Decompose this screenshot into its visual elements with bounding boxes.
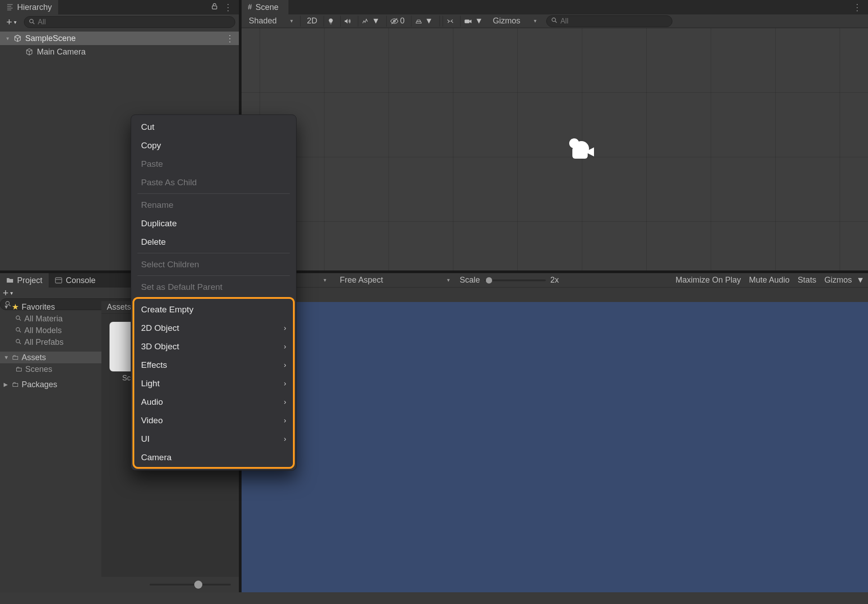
gizmos-dropdown[interactable]: Gizmos ▼ [489,16,541,27]
maximize-on-play-button[interactable]: Maximize On Play [676,275,741,285]
scene-viewport[interactable] [242,28,868,270]
lighting-toggle[interactable] [324,16,338,27]
scene-search-input[interactable] [560,17,667,25]
folder-icon: 🗀 [12,380,19,389]
grid-toggle[interactable]: ▼ [411,16,437,27]
tab-console[interactable]: Console [49,273,102,288]
project-tab-label: Project [17,276,42,285]
hierarchy-item-main-camera[interactable]: Main Camera [0,45,239,59]
context-menu-item-label: Effects [141,360,167,370]
context-menu-item-video[interactable]: Video› [131,411,296,430]
context-menu-item-label: Select Children [141,260,199,270]
favorite-item[interactable]: All Materia [0,313,101,325]
context-menu-item-cut[interactable]: Cut [131,118,296,136]
context-menu-item-label: Paste [141,159,163,169]
context-menu-item-label: Set as Default Parent [141,282,223,292]
assets-header[interactable]: ▼ 🗀 Assets [0,352,101,363]
create-dropdown[interactable]: + ▼ [4,17,20,27]
context-menu-item-duplicate[interactable]: Duplicate [131,214,296,233]
scene-tab-label: Scene [256,3,279,12]
svg-rect-8 [55,278,62,283]
hierarchy-item-label: Main Camera [37,47,86,57]
thumbnail-size-slider[interactable] [150,577,231,592]
favorite-item[interactable]: All Models [0,325,101,336]
scene-name: SampleScene [25,34,76,43]
render-mode-dropdown[interactable]: Shaded ▼ [245,16,297,27]
fx-icon [362,18,369,24]
svg-point-12 [16,339,20,343]
game-toolbar: Display 1 ▼ Free Aspect ▼ Scale 2x Maxim… [242,273,868,288]
aspect-dropdown[interactable]: Free Aspect ▼ [336,275,454,286]
hierarchy-search-input[interactable] [38,18,230,26]
context-menu-item-label: 3D Object [141,342,179,352]
tools-toggle[interactable] [443,16,457,27]
search-icon [551,16,557,26]
context-menu-item-3d-object[interactable]: 3D Object› [131,337,296,356]
render-mode-label: Shaded [249,16,277,26]
scene-menu-icon[interactable]: ⋮ [853,3,862,12]
fx-toggle[interactable]: ▼ [358,16,384,27]
context-menu-item-paste: Paste [131,155,296,173]
packages-label: Packages [22,380,57,389]
context-menu-separator [137,298,290,298]
context-menu-item-label: Paste As Child [141,178,197,188]
grid-perspective-icon [415,18,422,24]
context-menu-item-label: Create Empty [141,305,193,315]
unity-cube-icon [14,34,22,42]
scale-value: 2x [550,275,559,285]
scale-label: Scale [460,275,480,285]
context-menu-item-label: Audio [141,397,163,407]
context-menu-item-label: 2D Object [141,323,179,333]
expand-toggle[interactable]: ▼ [5,36,10,41]
chevron-right-icon: › [284,380,286,388]
tab-scene[interactable]: # Scene [242,0,288,14]
stats-button[interactable]: Stats [798,275,816,285]
context-menu-item-ui[interactable]: UI› [131,430,296,448]
search-icon [15,338,22,347]
visibility-toggle[interactable]: 0 [386,16,408,27]
context-menu-item-camera[interactable]: Camera [131,448,296,467]
audio-toggle[interactable] [340,16,355,27]
packages-header[interactable]: ▶ 🗀 Packages [0,379,101,390]
speaker-icon [344,18,352,24]
context-menu-item-label: Cut [141,122,155,132]
assets-label: Assets [22,353,46,362]
context-menu-item-copy[interactable]: Copy [131,136,296,155]
context-menu-item-light[interactable]: Light› [131,374,296,393]
scene-panel: # Scene ⋮ Shaded ▼ 2D ▼ 0 ▼ ▼ Gizmos ▼ [242,0,868,270]
svg-rect-3 [465,19,470,23]
context-menu-item-label: Camera [141,453,172,462]
toggle-2d[interactable]: 2D [303,16,321,27]
favorites-header[interactable]: ▼ ★ Favorites [0,301,101,313]
hierarchy-search[interactable] [24,16,235,28]
folder-icon: 🗀 [15,365,23,373]
context-menu-item-2d-object[interactable]: 2D Object› [131,319,296,337]
camera-toggle[interactable]: ▼ [460,16,487,27]
game-gizmos-dropdown[interactable]: Gizmos ▼ [824,275,864,285]
gizmos-label: Gizmos [493,16,520,26]
lock-icon[interactable] [211,3,218,12]
tab-project[interactable]: Project [0,273,49,288]
context-menu-item-delete[interactable]: Delete [131,233,296,251]
hierarchy-menu-icon[interactable]: ⋮ [224,3,233,12]
folder-icon: 🗀 [12,353,19,361]
favorite-item[interactable]: All Prefabs [0,336,101,348]
chevron-right-icon: › [284,343,286,351]
eye-off-icon [390,18,398,24]
console-tab-label: Console [66,276,96,285]
context-menu-item-create-empty[interactable]: Create Empty [131,300,296,319]
scene-row-menu-icon[interactable]: ⋮ [225,34,234,43]
scene-row[interactable]: ▼ SampleScene ⋮ [0,32,239,45]
scene-search[interactable] [546,15,672,27]
context-menu-item-audio[interactable]: Audio› [131,393,296,411]
scale-slider[interactable]: Scale 2x [460,275,559,285]
chevron-right-icon: › [284,324,286,332]
context-menu-item-label: Rename [141,200,174,210]
chevron-right-icon: › [284,416,286,425]
context-menu-item-label: Video [141,416,163,426]
tab-hierarchy[interactable]: Hierarchy [0,0,58,14]
mute-audio-button[interactable]: Mute Audio [749,275,790,285]
game-viewport[interactable] [242,302,868,592]
context-menu-item-effects[interactable]: Effects› [131,356,296,374]
assets-item[interactable]: 🗀Scenes [0,363,101,375]
